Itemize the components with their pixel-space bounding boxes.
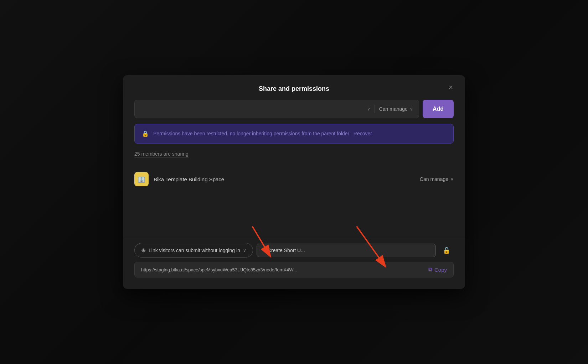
permission-notice: 🔒 Permissions have been restricted, no l… — [134, 124, 454, 144]
url-row: https://staging.bika.ai/space/spcMsybxuW… — [134, 262, 454, 277]
modal-body: ∨ Can manage ∨ Add 🔒 Permissions have be… — [123, 100, 465, 289]
table-row: 🏢 Bika Template Building Space Can manag… — [134, 168, 454, 190]
permission-dropdown[interactable]: Can manage ∨ — [379, 106, 413, 112]
bottom-controls: ⊕ Link visitors can submit without loggi… — [134, 243, 454, 258]
avatar-emoji: 🏢 — [138, 175, 145, 183]
search-input-container: ∨ Can manage ∨ — [134, 100, 419, 118]
member-permission-dropdown[interactable]: Can manage ∨ — [420, 176, 454, 182]
permission-notice-text: Permissions have been restricted, no lon… — [153, 130, 372, 137]
modal-header: Share and permissions × — [123, 75, 465, 100]
url-text: https://staging.bika.ai/space/spcMsybxuW… — [141, 267, 424, 272]
member-permission-label: Can manage — [420, 176, 448, 182]
members-section: 25 members are sharing — [134, 151, 454, 157]
close-button[interactable]: × — [445, 82, 457, 93]
copy-label: Copy — [434, 267, 447, 273]
modal-title: Share and permissions — [259, 85, 329, 93]
member-permission-chevron-icon: ∨ — [450, 177, 454, 182]
create-short-label: + Create Short U... — [263, 248, 305, 253]
bottom-divider — [123, 237, 465, 237]
lock-btn-icon: 🔒 — [443, 246, 450, 254]
member-list: 🏢 Bika Template Building Space Can manag… — [134, 168, 454, 190]
copy-icon: ⧉ — [428, 266, 432, 273]
link-visitors-chevron-icon: ∨ — [243, 248, 246, 253]
add-button[interactable]: Add — [423, 100, 454, 118]
link-visitors-label: Link visitors can submit without logging… — [149, 248, 240, 253]
link-visitors-button[interactable]: ⊕ Link visitors can submit without loggi… — [134, 243, 253, 258]
search-divider — [375, 105, 375, 113]
recover-link[interactable]: Recover — [354, 131, 372, 136]
member-name: Bika Template Building Space — [154, 176, 420, 182]
avatar: 🏢 — [134, 172, 149, 186]
create-short-button[interactable]: + Create Short U... — [257, 244, 436, 257]
search-row: ∨ Can manage ∨ Add — [134, 100, 454, 118]
permission-chevron-icon: ∨ — [410, 106, 413, 111]
lock-button[interactable]: 🔒 — [439, 243, 454, 258]
members-count[interactable]: 25 members are sharing — [134, 151, 189, 157]
search-input[interactable] — [140, 106, 367, 112]
lock-icon: 🔒 — [142, 130, 149, 137]
copy-button[interactable]: ⧉ Copy — [428, 266, 447, 273]
globe-icon: ⊕ — [141, 247, 146, 254]
permission-dropdown-label: Can manage — [379, 106, 408, 112]
share-permissions-modal: Share and permissions × ∨ Can manage ∨ A… — [123, 75, 465, 289]
search-chevron-icon: ∨ — [367, 106, 370, 111]
